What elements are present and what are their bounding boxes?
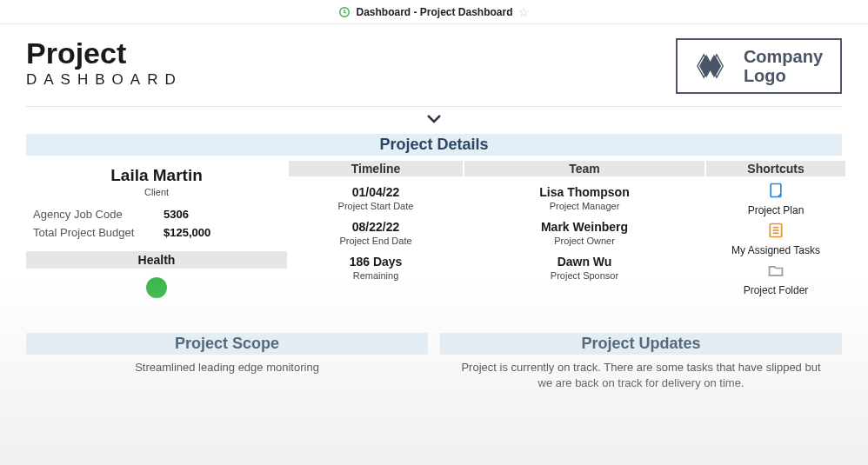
section-divider (26, 106, 842, 129)
top-bar: Dashboard - Project Dashboard ☆ (0, 0, 868, 24)
logo-text-2: Logo (744, 66, 823, 85)
team-heading: Team (464, 161, 704, 176)
team-member-role: Project Manager (464, 201, 704, 211)
end-date: 08/22/22 (289, 220, 463, 234)
project-scope-text: Streamlined leading edge monitoring (26, 360, 428, 375)
agency-code-value: 5306 (164, 208, 189, 221)
team-member-name: Mark Weinberg (464, 220, 704, 234)
project-details-heading: Project Details (26, 134, 842, 156)
shortcut-label: Project Plan (748, 204, 805, 216)
project-subtitle: DASHBOARD (26, 71, 183, 89)
end-date-label: Project End Date (289, 236, 463, 246)
health-status-dot (146, 277, 167, 298)
chevron-down-icon[interactable] (426, 110, 442, 129)
page-title: Dashboard - Project Dashboard (356, 6, 512, 18)
document-icon (767, 182, 785, 204)
team-member-role: Project Sponsor (464, 270, 704, 281)
folder-icon (767, 262, 785, 284)
shortcuts-heading: Shortcuts (706, 161, 845, 176)
shortcut-label: Project Folder (744, 284, 809, 296)
favorite-star-icon[interactable]: ☆ (518, 5, 530, 19)
project-updates-text: Project is currently on track. There are… (440, 360, 842, 390)
team-member-name: Dawn Wu (464, 255, 704, 269)
budget-value: $125,000 (164, 226, 210, 239)
timeline-heading: Timeline (289, 161, 463, 176)
logo-icon (695, 50, 733, 82)
clock-icon (338, 6, 351, 18)
health-heading: Health (26, 251, 287, 269)
shortcut-project-folder[interactable]: Project Folder (706, 262, 845, 296)
project-heading: Project DASHBOARD (26, 38, 183, 89)
project-title: Project (26, 38, 183, 68)
team-member-name: Lisa Thompson (464, 185, 704, 199)
start-date-label: Project Start Date (289, 201, 463, 211)
client-name: Laila Martin (26, 166, 287, 185)
shortcut-project-plan[interactable]: Project Plan (706, 182, 845, 216)
team-member-role: Project Owner (464, 236, 704, 246)
project-updates-section: Project Updates Project is currently on … (440, 333, 842, 390)
logo-text-1: Company (744, 47, 823, 66)
project-scope-heading: Project Scope (26, 333, 428, 355)
budget-label: Total Project Budget (33, 226, 164, 239)
client-column: Laila Martin Client Agency Job Code 5306… (26, 161, 287, 298)
days-remaining: 186 Days (289, 255, 463, 269)
agency-code-label: Agency Job Code (33, 208, 164, 221)
client-role: Client (26, 187, 287, 197)
start-date: 01/04/22 (289, 185, 463, 199)
company-logo: Company Logo (676, 38, 842, 94)
project-scope-section: Project Scope Streamlined leading edge m… (26, 333, 428, 390)
shortcuts-column: Shortcuts Project Plan My Assigned Tasks… (706, 161, 845, 298)
days-remaining-label: Remaining (289, 270, 463, 281)
shortcut-label: My Assigned Tasks (731, 244, 820, 256)
team-column: Team Lisa Thompson Project Manager Mark … (464, 161, 704, 298)
project-updates-heading: Project Updates (440, 333, 842, 355)
shortcut-my-tasks[interactable]: My Assigned Tasks (706, 222, 845, 256)
tasks-icon (767, 222, 785, 244)
timeline-column: Timeline 01/04/22 Project Start Date 08/… (289, 161, 463, 298)
